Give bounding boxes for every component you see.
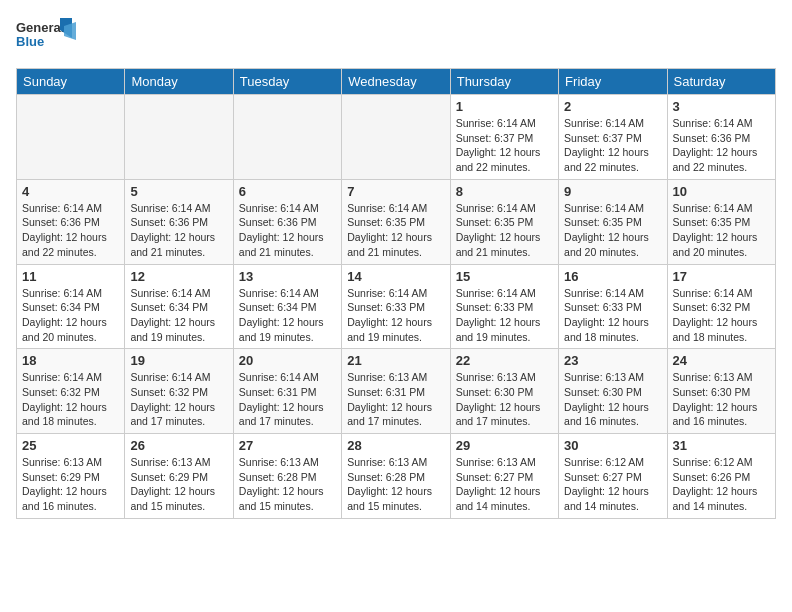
- calendar-cell: 16Sunrise: 6:14 AM Sunset: 6:33 PM Dayli…: [559, 264, 667, 349]
- day-number: 9: [564, 184, 661, 199]
- calendar-cell: 19Sunrise: 6:14 AM Sunset: 6:32 PM Dayli…: [125, 349, 233, 434]
- calendar-cell: 31Sunrise: 6:12 AM Sunset: 6:26 PM Dayli…: [667, 434, 775, 519]
- day-info: Sunrise: 6:14 AM Sunset: 6:35 PM Dayligh…: [456, 201, 553, 260]
- day-number: 23: [564, 353, 661, 368]
- day-number: 21: [347, 353, 444, 368]
- logo-svg: GeneralBlue: [16, 16, 76, 56]
- day-info: Sunrise: 6:14 AM Sunset: 6:33 PM Dayligh…: [347, 286, 444, 345]
- day-number: 27: [239, 438, 336, 453]
- day-number: 17: [673, 269, 770, 284]
- day-info: Sunrise: 6:14 AM Sunset: 6:32 PM Dayligh…: [673, 286, 770, 345]
- calendar-week-row: 11Sunrise: 6:14 AM Sunset: 6:34 PM Dayli…: [17, 264, 776, 349]
- calendar-cell: 9Sunrise: 6:14 AM Sunset: 6:35 PM Daylig…: [559, 179, 667, 264]
- day-number: 16: [564, 269, 661, 284]
- day-info: Sunrise: 6:14 AM Sunset: 6:31 PM Dayligh…: [239, 370, 336, 429]
- svg-text:General: General: [16, 20, 64, 35]
- day-info: Sunrise: 6:14 AM Sunset: 6:36 PM Dayligh…: [130, 201, 227, 260]
- day-info: Sunrise: 6:14 AM Sunset: 6:35 PM Dayligh…: [564, 201, 661, 260]
- day-of-week-header: Friday: [559, 69, 667, 95]
- day-number: 28: [347, 438, 444, 453]
- calendar-cell: 30Sunrise: 6:12 AM Sunset: 6:27 PM Dayli…: [559, 434, 667, 519]
- day-info: Sunrise: 6:14 AM Sunset: 6:36 PM Dayligh…: [22, 201, 119, 260]
- calendar-header-row: SundayMondayTuesdayWednesdayThursdayFrid…: [17, 69, 776, 95]
- day-number: 14: [347, 269, 444, 284]
- day-info: Sunrise: 6:13 AM Sunset: 6:27 PM Dayligh…: [456, 455, 553, 514]
- calendar-cell: 29Sunrise: 6:13 AM Sunset: 6:27 PM Dayli…: [450, 434, 558, 519]
- day-number: 29: [456, 438, 553, 453]
- calendar-cell: 8Sunrise: 6:14 AM Sunset: 6:35 PM Daylig…: [450, 179, 558, 264]
- calendar-body: 1Sunrise: 6:14 AM Sunset: 6:37 PM Daylig…: [17, 95, 776, 519]
- calendar-cell: 2Sunrise: 6:14 AM Sunset: 6:37 PM Daylig…: [559, 95, 667, 180]
- day-info: Sunrise: 6:14 AM Sunset: 6:34 PM Dayligh…: [22, 286, 119, 345]
- calendar-cell: 18Sunrise: 6:14 AM Sunset: 6:32 PM Dayli…: [17, 349, 125, 434]
- day-of-week-header: Thursday: [450, 69, 558, 95]
- day-number: 31: [673, 438, 770, 453]
- day-number: 22: [456, 353, 553, 368]
- day-number: 3: [673, 99, 770, 114]
- calendar-cell: 27Sunrise: 6:13 AM Sunset: 6:28 PM Dayli…: [233, 434, 341, 519]
- svg-text:Blue: Blue: [16, 34, 44, 49]
- day-info: Sunrise: 6:14 AM Sunset: 6:36 PM Dayligh…: [673, 116, 770, 175]
- day-info: Sunrise: 6:12 AM Sunset: 6:26 PM Dayligh…: [673, 455, 770, 514]
- calendar-cell: 3Sunrise: 6:14 AM Sunset: 6:36 PM Daylig…: [667, 95, 775, 180]
- day-number: 13: [239, 269, 336, 284]
- calendar-cell: 10Sunrise: 6:14 AM Sunset: 6:35 PM Dayli…: [667, 179, 775, 264]
- calendar-cell: 17Sunrise: 6:14 AM Sunset: 6:32 PM Dayli…: [667, 264, 775, 349]
- day-of-week-header: Sunday: [17, 69, 125, 95]
- day-number: 7: [347, 184, 444, 199]
- day-number: 24: [673, 353, 770, 368]
- day-info: Sunrise: 6:13 AM Sunset: 6:28 PM Dayligh…: [347, 455, 444, 514]
- day-of-week-header: Saturday: [667, 69, 775, 95]
- calendar-cell: 4Sunrise: 6:14 AM Sunset: 6:36 PM Daylig…: [17, 179, 125, 264]
- day-info: Sunrise: 6:14 AM Sunset: 6:37 PM Dayligh…: [564, 116, 661, 175]
- calendar-cell: 11Sunrise: 6:14 AM Sunset: 6:34 PM Dayli…: [17, 264, 125, 349]
- day-number: 8: [456, 184, 553, 199]
- calendar-cell: 6Sunrise: 6:14 AM Sunset: 6:36 PM Daylig…: [233, 179, 341, 264]
- day-info: Sunrise: 6:14 AM Sunset: 6:37 PM Dayligh…: [456, 116, 553, 175]
- calendar-week-row: 1Sunrise: 6:14 AM Sunset: 6:37 PM Daylig…: [17, 95, 776, 180]
- day-of-week-header: Monday: [125, 69, 233, 95]
- calendar-cell: [125, 95, 233, 180]
- day-info: Sunrise: 6:13 AM Sunset: 6:28 PM Dayligh…: [239, 455, 336, 514]
- day-number: 20: [239, 353, 336, 368]
- day-info: Sunrise: 6:13 AM Sunset: 6:29 PM Dayligh…: [22, 455, 119, 514]
- calendar-cell: 20Sunrise: 6:14 AM Sunset: 6:31 PM Dayli…: [233, 349, 341, 434]
- day-info: Sunrise: 6:14 AM Sunset: 6:35 PM Dayligh…: [347, 201, 444, 260]
- calendar-cell: 24Sunrise: 6:13 AM Sunset: 6:30 PM Dayli…: [667, 349, 775, 434]
- calendar-cell: [17, 95, 125, 180]
- calendar-week-row: 25Sunrise: 6:13 AM Sunset: 6:29 PM Dayli…: [17, 434, 776, 519]
- calendar-cell: 7Sunrise: 6:14 AM Sunset: 6:35 PM Daylig…: [342, 179, 450, 264]
- day-number: 18: [22, 353, 119, 368]
- day-info: Sunrise: 6:13 AM Sunset: 6:30 PM Dayligh…: [564, 370, 661, 429]
- calendar-cell: 13Sunrise: 6:14 AM Sunset: 6:34 PM Dayli…: [233, 264, 341, 349]
- calendar-cell: 12Sunrise: 6:14 AM Sunset: 6:34 PM Dayli…: [125, 264, 233, 349]
- day-info: Sunrise: 6:13 AM Sunset: 6:30 PM Dayligh…: [456, 370, 553, 429]
- day-info: Sunrise: 6:14 AM Sunset: 6:35 PM Dayligh…: [673, 201, 770, 260]
- day-number: 5: [130, 184, 227, 199]
- calendar-cell: 26Sunrise: 6:13 AM Sunset: 6:29 PM Dayli…: [125, 434, 233, 519]
- day-info: Sunrise: 6:14 AM Sunset: 6:34 PM Dayligh…: [130, 286, 227, 345]
- day-number: 25: [22, 438, 119, 453]
- calendar-cell: [342, 95, 450, 180]
- day-of-week-header: Wednesday: [342, 69, 450, 95]
- calendar-cell: 5Sunrise: 6:14 AM Sunset: 6:36 PM Daylig…: [125, 179, 233, 264]
- day-info: Sunrise: 6:14 AM Sunset: 6:34 PM Dayligh…: [239, 286, 336, 345]
- calendar-week-row: 18Sunrise: 6:14 AM Sunset: 6:32 PM Dayli…: [17, 349, 776, 434]
- day-info: Sunrise: 6:14 AM Sunset: 6:32 PM Dayligh…: [22, 370, 119, 429]
- day-of-week-header: Tuesday: [233, 69, 341, 95]
- day-info: Sunrise: 6:13 AM Sunset: 6:31 PM Dayligh…: [347, 370, 444, 429]
- calendar-cell: 25Sunrise: 6:13 AM Sunset: 6:29 PM Dayli…: [17, 434, 125, 519]
- day-info: Sunrise: 6:14 AM Sunset: 6:36 PM Dayligh…: [239, 201, 336, 260]
- day-info: Sunrise: 6:13 AM Sunset: 6:30 PM Dayligh…: [673, 370, 770, 429]
- calendar-cell: [233, 95, 341, 180]
- day-number: 12: [130, 269, 227, 284]
- day-info: Sunrise: 6:14 AM Sunset: 6:33 PM Dayligh…: [564, 286, 661, 345]
- day-info: Sunrise: 6:14 AM Sunset: 6:33 PM Dayligh…: [456, 286, 553, 345]
- day-info: Sunrise: 6:12 AM Sunset: 6:27 PM Dayligh…: [564, 455, 661, 514]
- day-number: 15: [456, 269, 553, 284]
- logo: GeneralBlue: [16, 16, 76, 56]
- day-info: Sunrise: 6:13 AM Sunset: 6:29 PM Dayligh…: [130, 455, 227, 514]
- calendar-cell: 14Sunrise: 6:14 AM Sunset: 6:33 PM Dayli…: [342, 264, 450, 349]
- day-number: 26: [130, 438, 227, 453]
- day-number: 2: [564, 99, 661, 114]
